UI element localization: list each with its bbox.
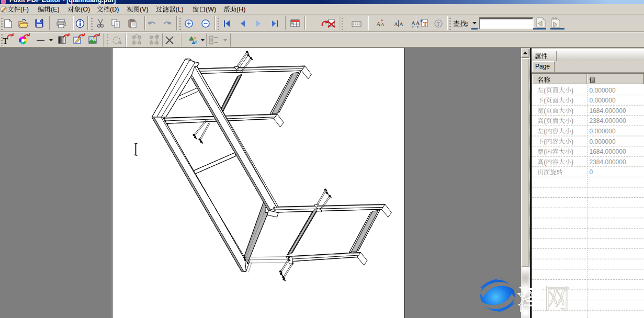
- svg-text:1684.000000: 1684.000000: [590, 107, 626, 115]
- svg-text:1684.000000: 1684.000000: [590, 148, 626, 155]
- svg-text:2384.000000: 2384.000000: [590, 117, 626, 124]
- svg-text:2384.000000: 2384.000000: [590, 158, 626, 166]
- svg-text:(: (: [544, 87, 546, 94]
- svg-text:T: T: [437, 21, 440, 27]
- svg-text:0.000000: 0.000000: [590, 87, 616, 94]
- svg-text:(: (: [544, 128, 546, 135]
- svg-text:(O): (O): [81, 6, 90, 13]
- svg-text:0.000000: 0.000000: [590, 138, 616, 145]
- svg-text:(F): (F): [20, 6, 29, 13]
- svg-text:A: A: [394, 21, 398, 27]
- svg-text:A: A: [411, 20, 415, 26]
- svg-text:): ): [571, 97, 573, 104]
- svg-text:(: (: [544, 117, 546, 124]
- svg-text:): ): [571, 117, 573, 124]
- svg-text:(D): (D): [110, 6, 119, 13]
- svg-text:(: (: [544, 97, 546, 104]
- svg-text:(E): (E): [51, 6, 60, 13]
- svg-text:(: (: [544, 138, 546, 145]
- svg-text:Page: Page: [535, 63, 550, 70]
- svg-text:): ): [571, 158, 573, 166]
- svg-text:): ): [571, 148, 573, 155]
- svg-text:T: T: [423, 20, 427, 27]
- svg-text:(: (: [544, 148, 546, 155]
- svg-text:): ): [571, 128, 573, 135]
- svg-text:(W): (W): [206, 6, 216, 13]
- svg-text:(: (: [544, 158, 546, 166]
- svg-text:(H): (H): [236, 6, 245, 13]
- svg-text:(V): (V): [140, 6, 149, 13]
- svg-text:A: A: [376, 20, 381, 28]
- svg-text:): ): [571, 107, 573, 115]
- svg-text:): ): [571, 87, 573, 94]
- svg-text:0: 0: [590, 168, 593, 176]
- svg-text:(: (: [544, 107, 546, 115]
- svg-text:(L): (L): [176, 6, 184, 13]
- svg-text:): ): [571, 138, 573, 145]
- svg-text:A: A: [399, 21, 403, 27]
- svg-text:A: A: [381, 22, 385, 27]
- svg-text:0.000000: 0.000000: [590, 128, 616, 135]
- svg-text:A: A: [416, 20, 420, 26]
- svg-text:0.000000: 0.000000: [590, 97, 616, 104]
